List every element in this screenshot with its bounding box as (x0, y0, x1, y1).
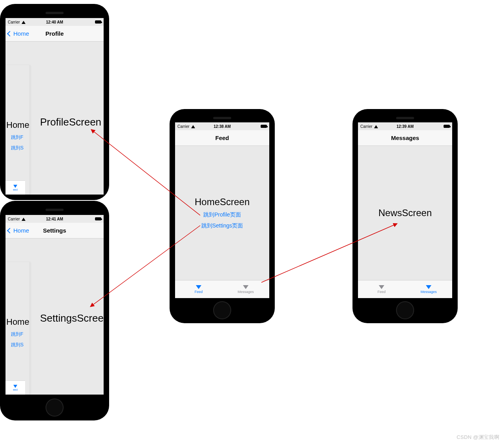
phone-speaker (46, 209, 64, 211)
home-button[interactable] (213, 301, 231, 319)
peek-title: Home (6, 317, 29, 327)
nav-title: Feed (215, 135, 229, 141)
nav-bar: Messages (358, 130, 452, 146)
phone-speaker (46, 12, 64, 14)
status-bar: Carrier 12:40 AM (5, 18, 104, 26)
screen-title: NewsScreen (378, 207, 432, 218)
triangle-down-icon (379, 285, 384, 289)
tab-messages[interactable]: Messages (222, 280, 269, 298)
triangle-down-icon (426, 285, 431, 289)
back-button[interactable]: Home (8, 26, 29, 41)
back-label: Home (13, 30, 29, 37)
back-button[interactable]: Home (8, 223, 29, 238)
triangle-down-icon (13, 385, 17, 388)
nav-bar: Feed (175, 130, 269, 146)
peek-link-2[interactable]: 跳到S (11, 342, 29, 348)
phone-messages: Carrier 12:39 AM Messages NewsScreen Fee… (352, 109, 458, 323)
peek-tab-label: eed (13, 188, 18, 191)
tab-messages[interactable]: Messages (405, 280, 452, 298)
peek-tab: eed (5, 380, 25, 395)
home-button[interactable] (46, 399, 64, 417)
triangle-down-icon (13, 185, 17, 188)
tab-label: Messages (237, 290, 254, 294)
nav-title: Profile (46, 30, 64, 37)
phone-settings: Carrier 12:41 AM Home Settings Home 跳到F … (0, 201, 109, 420)
phone-profile: Carrier 12:40 AM Home Profile Home 跳到F 跳… (0, 4, 109, 200)
status-time: 12:40 AM (5, 20, 104, 24)
link-settings[interactable]: 跳到Settings页面 (201, 222, 243, 229)
nav-title: Messages (391, 135, 419, 141)
peek-link-1[interactable]: 跳到F (11, 134, 29, 141)
peek-tab-label: eed (13, 388, 18, 391)
nav-bar: Home Settings (5, 223, 104, 238)
status-time: 12:39 AM (358, 124, 452, 129)
tab-label: Feed (195, 290, 203, 294)
battery-icon (95, 217, 101, 220)
previous-screen-peek[interactable]: Home 跳到F 跳到S eed (5, 262, 30, 395)
watermark: CSDN @渊宝我啊 (457, 434, 499, 441)
screen-title: ProfileScreen (40, 116, 101, 128)
phone-speaker (213, 117, 231, 119)
peek-tab: eed (5, 180, 25, 195)
tab-feed[interactable]: Feed (358, 280, 405, 298)
chevron-left-icon (7, 227, 13, 233)
tab-label: Messages (420, 290, 436, 294)
previous-screen-peek[interactable]: Home 跳到F 跳到S eed (5, 65, 30, 195)
tab-bar: Feed Messages (358, 280, 452, 298)
triangle-down-icon (243, 285, 248, 289)
link-profile[interactable]: 跳到Profile页面 (203, 211, 241, 218)
triangle-down-icon (196, 285, 201, 289)
peek-title: Home (6, 120, 29, 130)
screen-title: HomeScreen (195, 197, 250, 207)
battery-icon (95, 20, 101, 24)
status-bar: Carrier 12:41 AM (5, 215, 104, 223)
back-label: Home (13, 227, 29, 234)
tab-bar: Feed Messages (175, 280, 269, 298)
screen-title: SettingsScree (40, 312, 104, 324)
tab-label: Feed (378, 290, 386, 294)
status-time: 12:41 AM (5, 217, 104, 221)
tab-feed[interactable]: Feed (175, 280, 222, 298)
phone-speaker (396, 117, 414, 119)
battery-icon (261, 125, 267, 128)
nav-bar: Home Profile (5, 26, 104, 42)
battery-icon (444, 125, 450, 128)
home-button[interactable] (396, 301, 414, 319)
peek-link-1[interactable]: 跳到F (11, 331, 29, 338)
nav-title: Settings (43, 227, 66, 234)
status-bar: Carrier 12:38 AM (175, 122, 269, 130)
status-bar: Carrier 12:39 AM (358, 122, 452, 130)
status-time: 12:38 AM (175, 124, 269, 129)
peek-link-2[interactable]: 跳到S (11, 145, 29, 151)
chevron-left-icon (7, 31, 13, 36)
phone-feed: Carrier 12:38 AM Feed HomeScreen 跳到Profi… (170, 109, 275, 323)
